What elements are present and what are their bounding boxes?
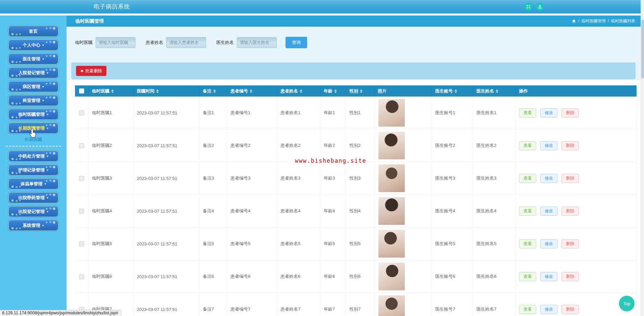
edit-button[interactable]: 修改	[540, 207, 558, 216]
delete-button[interactable]: 删除	[562, 305, 579, 314]
cell-patient-name: 患者姓名5	[277, 228, 320, 260]
breadcrumb-item-1[interactable]: 临时医嘱管理	[581, 16, 606, 27]
sidebar-item-home[interactable]: 首页	[8, 26, 58, 37]
col-header-patient-no[interactable]: 患者编号	[227, 85, 277, 97]
cell-doctor-name: 医生姓名4	[473, 195, 516, 227]
delete-button[interactable]: 删除	[562, 108, 579, 117]
sidebar-item-ward-management[interactable]: 病区管理▾	[8, 81, 58, 92]
sort-icon[interactable]	[360, 89, 363, 93]
row-checkbox[interactable]	[79, 143, 84, 148]
breadcrumb-home[interactable]	[572, 19, 576, 23]
fullscreen-button[interactable]	[524, 3, 532, 11]
query-button[interactable]: 查询	[286, 37, 307, 48]
col-header-patient-name[interactable]: 患者姓名	[277, 85, 320, 97]
edit-button[interactable]: 修改	[540, 272, 558, 281]
col-header-doctor-name[interactable]: 医生姓名	[473, 85, 516, 97]
table-row: 临时医嘱32023-03-07 11:57:51备注3患者编号3患者姓名3年龄3…	[75, 162, 637, 195]
chevron-down-icon: ▾	[42, 99, 44, 102]
scrollbar-thumb[interactable]	[641, 20, 644, 79]
view-button[interactable]: 查看	[519, 141, 536, 150]
sort-icon[interactable]	[454, 89, 457, 93]
select-all-checkbox[interactable]	[79, 88, 84, 94]
col-header-time[interactable]: 医嘱时间	[133, 85, 199, 97]
search-input-order[interactable]	[96, 37, 135, 48]
cell-doctor-account: 医生账号2	[432, 129, 473, 162]
edit-button[interactable]: 修改	[540, 305, 558, 314]
sort-icon[interactable]	[300, 89, 302, 93]
delete-button[interactable]: 删除	[562, 141, 579, 150]
cell-gender: 性别4	[346, 195, 374, 227]
breadcrumb-item-2[interactable]: 临时医嘱列表	[611, 16, 635, 27]
sidebar-item-label: 个人中心	[23, 42, 40, 48]
view-button[interactable]: 查看	[519, 305, 536, 314]
delete-button[interactable]: 删除	[562, 272, 579, 281]
row-checkbox[interactable]	[79, 241, 84, 246]
cell-doctor-account: 医生账号3	[432, 162, 473, 194]
cell-photo	[374, 260, 432, 293]
sidebar-item-discharge-registration-management[interactable]: 出院登记管理▾	[8, 206, 58, 217]
sidebar-item-system-management[interactable]: 系统管理▾	[8, 220, 58, 231]
chevron-down-icon: ▾	[47, 71, 48, 75]
view-button[interactable]: 查看	[519, 272, 536, 281]
col-header-note[interactable]: 备注	[199, 85, 227, 97]
cell-note: 备注1	[199, 97, 227, 129]
row-checkbox[interactable]	[79, 176, 84, 181]
cell-gender: 性别3	[346, 162, 374, 194]
search-input-doctor-name[interactable]	[237, 37, 277, 48]
col-header-ops: 操作	[516, 85, 637, 97]
view-button[interactable]: 查看	[519, 207, 536, 216]
delete-button[interactable]: 删除	[562, 239, 579, 248]
sort-icon[interactable]	[334, 89, 337, 93]
view-button[interactable]: 查看	[519, 108, 536, 117]
cell-patient-no: 患者编号7	[227, 293, 277, 316]
edit-button[interactable]: 修改	[540, 239, 558, 248]
batch-delete-button[interactable]: ✖ 批量删除	[76, 66, 106, 76]
col-header-label: 医生账号	[435, 88, 453, 94]
status-url: 8.129.11.174:9008/jspmr4pwo/jsp/modules/…	[2, 311, 118, 315]
scrollbar-track[interactable]	[641, 0, 644, 316]
cell-ops: 查看修改删除	[516, 129, 637, 162]
sidebar-item-personal-center[interactable]: 个人中心▾	[8, 40, 58, 51]
sort-icon[interactable]	[496, 89, 498, 93]
col-header-doctor-account[interactable]: 医生账号	[432, 85, 473, 97]
sidebar-item-label: 科室管理	[23, 98, 40, 104]
back-to-top-button[interactable]: Top	[619, 296, 635, 311]
col-header-gender[interactable]: 性别	[346, 85, 374, 97]
sidebar-item-admission-registration[interactable]: 入院登记管理▾	[8, 67, 58, 78]
user-button[interactable]	[536, 3, 544, 11]
watermark: www.bishebang.site	[295, 157, 366, 164]
app-window: 电子病历系统 首页个人中心▾医生管理▾入院登记管理▾病区管理▾科室管理▾临时医嘱…	[0, 0, 644, 316]
col-header-label: 医嘱时间	[137, 88, 154, 94]
sidebar-item-temperature-sheet-management[interactable]: 体温单管理▾	[8, 178, 58, 189]
edit-button[interactable]: 修改	[540, 174, 558, 183]
sort-icon[interactable]	[156, 89, 159, 93]
sidebar-item-discharge-medication-management[interactable]: 出院带药管理▾	[8, 192, 58, 203]
view-button[interactable]: 查看	[519, 239, 536, 248]
edit-button[interactable]: 修改	[540, 108, 558, 117]
row-checkbox[interactable]	[79, 110, 84, 115]
row-checkbox[interactable]	[79, 209, 84, 214]
cell-patient-name: 患者姓名2	[277, 129, 320, 162]
delete-button[interactable]: 删除	[562, 207, 579, 216]
cell-order: 临时医嘱6	[89, 260, 133, 293]
sidebar-item-nursing-record-management[interactable]: 护理记录管理▾	[8, 164, 58, 176]
sidebar-item-doctor-management[interactable]: 医生管理▾	[8, 53, 58, 64]
sidebar-item-temporary-order-management[interactable]: 临时医嘱管理▾	[8, 109, 58, 120]
delete-button[interactable]: 删除	[562, 174, 579, 183]
col-header-label: 性别	[349, 88, 358, 94]
search-input-patient-name[interactable]	[166, 37, 206, 48]
cell-age: 年龄6	[320, 260, 346, 293]
sort-icon[interactable]	[111, 89, 114, 93]
row-checkbox[interactable]	[79, 274, 84, 279]
sort-icon[interactable]	[250, 89, 252, 93]
view-button[interactable]: 查看	[519, 174, 536, 183]
col-header-label: 患者姓名	[280, 88, 298, 94]
sort-icon[interactable]	[213, 89, 216, 93]
sidebar-item-department-management[interactable]: 科室管理▾	[8, 95, 58, 106]
sidebar-item-tcm-prescription-management[interactable]: 中药处方管理▾	[8, 151, 58, 162]
cell-gender: 性别7	[346, 293, 374, 316]
col-header-age[interactable]: 年龄	[320, 85, 346, 97]
sidebar-item-label: 护理记录管理	[18, 167, 45, 173]
edit-button[interactable]: 修改	[540, 141, 558, 150]
col-header-order[interactable]: 临时医嘱	[89, 85, 133, 97]
